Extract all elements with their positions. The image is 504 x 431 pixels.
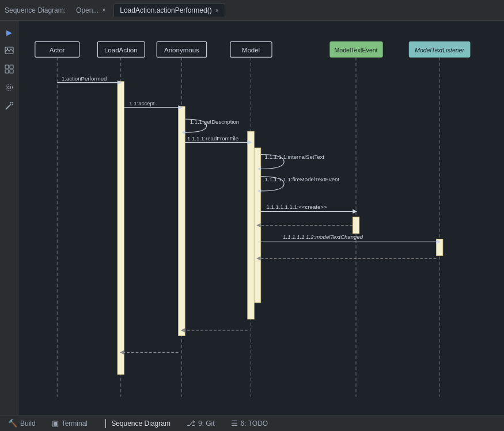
left-toolbar: ▶	[0, 21, 18, 415]
tab-loadaction[interactable]: LoadAction.actionPerformed() ×	[113, 3, 225, 17]
settings-button[interactable]	[2, 81, 16, 94]
build-label: Build	[20, 419, 36, 428]
svg-text:1.1.1.1.1.1:fireModelTextEvent: 1.1.1.1.1.1:fireModelTextEvent	[265, 176, 340, 182]
top-bar: Sequence Diagram: Open... × LoadAction.a…	[0, 0, 504, 21]
svg-text:1.1.1.1.1.1.1:<<create>>: 1.1.1.1.1.1.1:<<create>>	[266, 204, 327, 210]
svg-text:1.1:accept: 1.1:accept	[129, 100, 155, 106]
svg-text:Anonymous: Anonymous	[164, 47, 199, 54]
todo-icon: ☰	[231, 419, 238, 428]
svg-text:ModelTextListener: ModelTextListener	[415, 47, 464, 54]
svg-text:1.1.1.1:readFromFile: 1.1.1.1:readFromFile	[187, 135, 238, 142]
svg-point-6	[7, 86, 10, 89]
build-icon: 🔨	[8, 419, 17, 428]
svg-marker-50	[353, 209, 357, 214]
svg-rect-30	[248, 131, 255, 319]
diagram-area[interactable]: Actor LoadAction Anonymous Model ModelTe…	[18, 21, 504, 415]
diagram-type-label: Sequence Diagram:	[5, 6, 66, 14]
tool-button[interactable]	[2, 99, 16, 113]
status-terminal[interactable]: ▣ Terminal	[48, 418, 91, 429]
svg-rect-5	[10, 70, 13, 73]
svg-line-8	[6, 105, 10, 109]
terminal-label: Terminal	[62, 419, 88, 428]
svg-text:Model: Model	[242, 47, 260, 54]
status-build[interactable]: 🔨 Build	[5, 418, 39, 429]
svg-text:ModelTextEvent: ModelTextEvent	[335, 47, 378, 54]
svg-text:1.1.1:getDescription: 1.1.1:getDescription	[190, 119, 239, 125]
main-area: ▶	[0, 21, 504, 415]
layout-button[interactable]	[2, 62, 16, 76]
sequence-icon: │	[104, 419, 108, 428]
sequence-diagram-svg: Actor LoadAction Anonymous Model ModelTe…	[18, 21, 504, 415]
svg-text:1:actionPerformed: 1:actionPerformed	[62, 75, 107, 82]
svg-point-7	[6, 85, 12, 91]
svg-text:1.1.1.1.1.1.2:modelTextChanged: 1.1.1.1.1.1.2:modelTextChanged	[283, 234, 363, 240]
image-button[interactable]	[2, 44, 16, 58]
terminal-icon: ▣	[52, 419, 59, 428]
svg-rect-4	[5, 70, 9, 73]
status-todo[interactable]: ☰ 6: TODO	[228, 418, 272, 429]
tab-open-label: Open...	[76, 6, 98, 14]
svg-text:1.1.1.1.1:internalSetText: 1.1.1.1.1:internalSetText	[265, 154, 325, 160]
status-git[interactable]: ⎇ 9: Git	[183, 418, 218, 429]
svg-rect-2	[5, 65, 9, 68]
svg-rect-29	[179, 106, 185, 336]
tab-loadaction-close[interactable]: ×	[215, 7, 219, 14]
git-icon: ⎇	[187, 419, 195, 428]
svg-rect-3	[10, 65, 13, 68]
sequence-label: Sequence Diagram	[111, 419, 170, 428]
tab-open[interactable]: Open... ×	[70, 4, 111, 17]
status-bar: 🔨 Build ▣ Terminal │ Sequence Diagram ⎇ …	[0, 415, 504, 431]
svg-text:Actor: Actor	[50, 47, 65, 54]
todo-label: 6: TODO	[241, 419, 268, 428]
svg-point-1	[6, 48, 7, 49]
svg-point-9	[10, 102, 13, 105]
play-button[interactable]: ▶	[2, 25, 16, 39]
status-sequence[interactable]: │ Sequence Diagram	[100, 418, 174, 429]
svg-rect-32	[353, 217, 359, 234]
tab-loadaction-label: LoadAction.actionPerformed()	[120, 6, 211, 14]
svg-text:LoadAction: LoadAction	[104, 47, 138, 54]
git-label: 9: Git	[198, 419, 215, 428]
svg-rect-28	[118, 82, 124, 375]
tab-open-close[interactable]: ×	[102, 7, 105, 13]
